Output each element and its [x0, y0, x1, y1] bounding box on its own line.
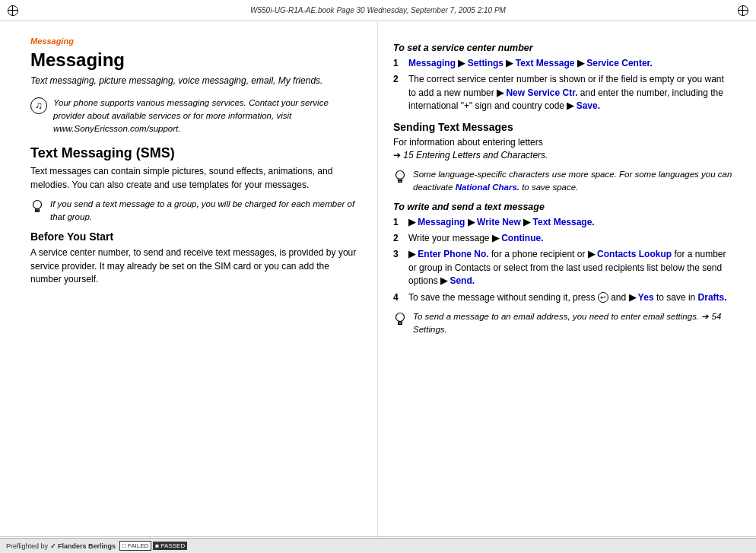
tip-box-text: If you send a text message to a group, y…	[50, 198, 362, 223]
step-2-1: 1 ▶ Messaging ▶ Write New ▶ Text Message…	[393, 216, 733, 229]
step-2-num-4: 4	[393, 291, 404, 304]
fail-badge: □ FAILED	[119, 541, 152, 551]
info-box-text: Your phone supports various messaging se…	[53, 97, 362, 135]
top-bar-text: W550i-UG-R1A-AE.book Page 30 Wednesday, …	[20, 6, 736, 14]
svg-point-7	[396, 313, 405, 322]
step-2-num-2: 2	[393, 232, 404, 245]
crosshair-tr	[736, 4, 750, 17]
svg-rect-2	[36, 211, 40, 212]
proc2-heading: To write and send a text message	[393, 202, 733, 212]
step-2-num-3: 3	[393, 248, 404, 288]
step-num-2: 2	[393, 73, 404, 113]
svg-rect-8	[399, 322, 402, 323]
step-2-content-4: To save the message without sending it, …	[408, 291, 733, 304]
preflight-text: Preflighted by	[6, 542, 48, 550]
main-heading: Messaging	[30, 50, 362, 70]
svg-rect-6	[399, 181, 402, 183]
tip-box-3-text: To send a message to an email address, y…	[413, 310, 733, 335]
back-button-icon: ↩	[598, 292, 608, 303]
preflight-bar: Preflighted by ✓ Flanders Berlings □ FAI…	[0, 538, 756, 553]
sending-heading: Sending Text Messages	[393, 121, 733, 133]
step-2-2: 2 Write your message ▶ Continue.	[393, 232, 733, 245]
proc1-heading: To set a service center number	[393, 43, 733, 53]
step-2-num-1: 1	[393, 216, 404, 229]
before-start-body: A service center number, to send and rec…	[30, 246, 362, 286]
sms-heading: Text Messaging (SMS)	[30, 145, 362, 161]
svg-rect-9	[399, 323, 402, 325]
sms-body: Text messages can contain simple picture…	[30, 165, 362, 192]
tip-icon-2	[393, 168, 407, 185]
top-bar: W550i-UG-R1A-AE.book Page 30 Wednesday, …	[0, 0, 756, 21]
pass-badge: ■ PASSED	[153, 542, 187, 550]
tip-box: If you send a text message to a group, y…	[30, 198, 362, 223]
step-2-content-3: ▶ Enter Phone No. for a phone recipient …	[408, 248, 733, 288]
svg-point-0	[33, 200, 42, 208]
left-column: Messaging Messaging Text messaging, pict…	[0, 21, 378, 536]
step-2-3: 3 ▶ Enter Phone No. for a phone recipien…	[393, 248, 733, 288]
tip-icon-3	[393, 310, 407, 327]
tip-box-2: Some language-specific characters use mo…	[393, 168, 733, 193]
sound-icon: ♫	[30, 97, 47, 114]
before-start-heading: Before You Start	[30, 230, 362, 243]
step-content-1: Messaging ▶ Settings ▶ Text Message ▶ Se…	[408, 57, 733, 70]
preflight-logo-icon: ✓	[50, 542, 56, 550]
proc1-steps: 1 Messaging ▶ Settings ▶ Text Message ▶ …	[393, 57, 733, 113]
proc2-steps: 1 ▶ Messaging ▶ Write New ▶ Text Message…	[393, 216, 733, 304]
tip-box-2-text: Some language-specific characters use mo…	[413, 168, 733, 193]
info-box: ♫ Your phone supports various messaging …	[30, 97, 362, 135]
sound-waves-icon: ♫	[35, 99, 43, 113]
main-content: Messaging Messaging Text messaging, pict…	[0, 21, 756, 536]
section-label: Messaging	[30, 37, 362, 46]
preflight-company: Flanders Berlings	[58, 542, 116, 550]
step-2-content-2: Write your message ▶ Continue.	[408, 232, 733, 245]
step-2-content-1: ▶ Messaging ▶ Write New ▶ Text Message.	[408, 216, 733, 229]
right-column: To set a service center number 1 Messagi…	[378, 21, 756, 536]
step-1-2: 2 The correct service center number is s…	[393, 73, 733, 113]
step-num-1: 1	[393, 57, 404, 70]
crosshair-tl	[6, 4, 20, 17]
step-1-1: 1 Messaging ▶ Settings ▶ Text Message ▶ …	[393, 57, 733, 70]
tip-box-3: To send a message to an email address, y…	[393, 310, 733, 335]
subtitle: Text messaging, picture messaging, voice…	[30, 75, 362, 87]
step-content-2: The correct service center number is sho…	[408, 73, 733, 113]
page-wrapper: W550i-UG-R1A-AE.book Page 30 Wednesday, …	[0, 0, 756, 553]
svg-rect-5	[399, 180, 402, 181]
tip-icon	[30, 198, 44, 215]
sending-body: For information about entering letters ➔…	[393, 136, 733, 163]
svg-point-4	[396, 171, 405, 180]
sending-ref: ➔ 15 Entering Letters and Characters.	[393, 150, 548, 160]
step-2-4: 4 To save the message without sending it…	[393, 291, 733, 304]
